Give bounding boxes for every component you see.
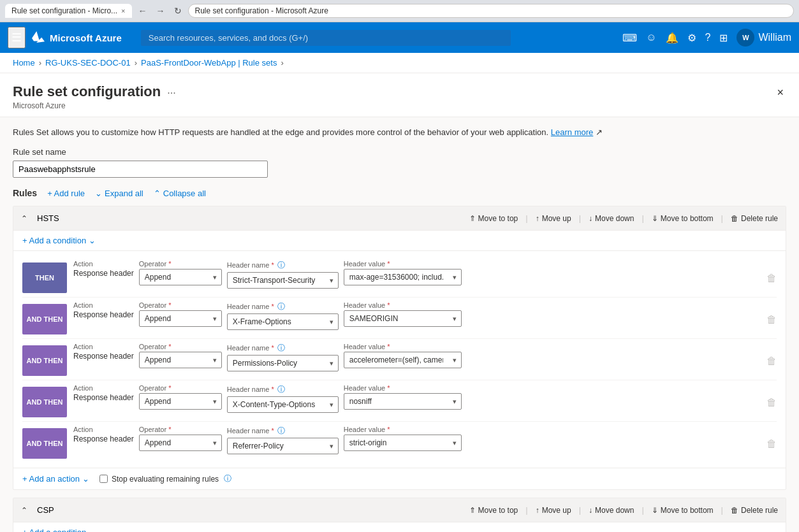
stop-eval-info-icon[interactable]: ⓘ (224, 473, 231, 484)
header-value-select-3[interactable]: accelerometer=(self), camer... (344, 352, 462, 368)
csp-move-top-btn[interactable]: ⇑ Move to top (469, 506, 518, 515)
header-name-select-input-2[interactable]: X-Frame-Options (227, 313, 339, 330)
hsts-move-down-btn[interactable]: ↓ Move down (589, 214, 634, 223)
hsts-stop-eval-checkbox[interactable] (99, 475, 108, 483)
operator-group-5: Operator * Append (139, 426, 222, 451)
collapse-all-btn[interactable]: ⌃ Collapse all (154, 189, 206, 198)
header-name-select-4[interactable]: X-Content-Type-Options (227, 396, 339, 413)
browser-chrome: Rule set configuration - Micro... × ← → … (0, 0, 799, 22)
hsts-stop-eval: Stop evaluating remaining rules ⓘ (99, 473, 231, 484)
nav-back-btn[interactable]: ← (136, 4, 150, 17)
ruleset-name-input[interactable] (13, 161, 268, 178)
hsts-move-up-btn[interactable]: ↑ Move up (536, 214, 571, 223)
header-name-select-input-4[interactable]: X-Content-Type-Options (227, 396, 339, 413)
browser-tab[interactable]: Rule set configuration - Micro... × (5, 4, 132, 18)
header-value-select-input-4[interactable]: nosniff (344, 393, 462, 410)
operator-select-input-2[interactable]: Append (139, 310, 222, 327)
hsts-collapse-btn[interactable]: ⌃ (21, 214, 27, 223)
header-name-info-3[interactable]: ⓘ (277, 343, 285, 352)
description-text: Rules Set allows you to customize how HT… (13, 127, 786, 137)
user-menu-btn[interactable]: W William (737, 29, 791, 47)
page-header: Rule set configuration ··· Microsoft Azu… (0, 73, 799, 117)
close-page-btn[interactable]: × (774, 83, 786, 102)
header-value-select-5[interactable]: strict-origin (344, 435, 462, 451)
hsts-move-top-btn[interactable]: ⇑ Move to top (469, 214, 518, 223)
portal-icon[interactable]: ⊞ (719, 32, 728, 44)
csp-move-up-btn[interactable]: ↑ Move up (536, 506, 571, 515)
learn-more-link[interactable]: Learn more (551, 127, 593, 137)
action-type-group-3: Action Response header (73, 343, 134, 361)
url-text: Rule set configuration - Microsoft Azure (195, 6, 328, 15)
search-input[interactable] (141, 30, 511, 46)
hsts-add-action-btn[interactable]: + Add an action ⌄ (22, 474, 89, 484)
header-name-info-1[interactable]: ⓘ (277, 261, 285, 270)
action-label-5: Action (73, 426, 134, 433)
hsts-delete-row-5-btn[interactable]: 🗑 (766, 438, 777, 450)
header-value-group-3: Header value * accelerometer=(self), cam… (344, 343, 462, 368)
operator-select-input-5[interactable]: Append (139, 435, 222, 451)
csp-move-down-btn[interactable]: ↓ Move down (589, 506, 634, 515)
header-name-info-4[interactable]: ⓘ (277, 385, 285, 394)
add-rule-btn[interactable]: + Add rule (47, 189, 85, 198)
csp-add-condition-btn[interactable]: + Add a condition ⌄ (22, 528, 96, 532)
header-value-select-input-3[interactable]: accelerometer=(self), camer... (344, 352, 462, 368)
operator-select-5[interactable]: Append (139, 435, 222, 451)
csp-delete-btn[interactable]: 🗑 Delete rule (731, 506, 778, 515)
header-value-select-input-1[interactable]: max-age=31536000; includ... (344, 269, 462, 285)
hsts-name-input[interactable] (33, 212, 160, 225)
header-name-select-input-5[interactable]: Referrer-Policy (227, 438, 339, 454)
operator-select-input-3[interactable]: Append (139, 352, 222, 368)
notifications-icon[interactable]: 🔔 (666, 32, 678, 44)
csp-move-bottom-btn[interactable]: ⇓ Move to bottom (652, 506, 714, 515)
nav-forward-btn[interactable]: → (154, 4, 168, 17)
operator-select-1[interactable]: AppendOverwriteDelete (139, 269, 222, 285)
hsts-delete-row-4-btn[interactable]: 🗑 (766, 397, 777, 408)
hsts-delete-row-2-btn[interactable]: 🗑 (766, 314, 777, 326)
hamburger-btn[interactable]: ☰ (8, 27, 26, 48)
header-name-label-4: Header name * ⓘ (227, 384, 339, 395)
hsts-delete-row-3-btn[interactable]: 🗑 (766, 356, 777, 367)
header-value-select-input-5[interactable]: strict-origin (344, 435, 462, 451)
hsts-delete-btn[interactable]: 🗑 Delete rule (731, 214, 778, 223)
nav-refresh-btn[interactable]: ↻ (172, 4, 184, 17)
operator-select-4[interactable]: Append (139, 393, 222, 410)
header-value-select-input-2[interactable]: SAMEORIGIN (344, 310, 462, 327)
breadcrumb-home[interactable]: Home (13, 58, 35, 68)
azure-topbar: ☰ Microsoft Azure ⌨ ☺ 🔔 ⚙ ? ⊞ W William (0, 22, 799, 53)
settings-icon[interactable]: ⚙ (687, 32, 696, 44)
breadcrumb-app[interactable]: PaaS-FrontDoor-WebApp | Rule sets (141, 58, 277, 68)
header-name-info-2[interactable]: ⓘ (277, 302, 285, 311)
move-down-icon: ↓ (589, 214, 592, 223)
header-value-select-4[interactable]: nosniff (344, 393, 462, 410)
topbar-icons: ⌨ ☺ 🔔 ⚙ ? ⊞ W William (622, 29, 791, 47)
header-name-select-2[interactable]: X-Frame-Options (227, 313, 339, 330)
header-name-select-3[interactable]: Permissions-Policy (227, 355, 339, 371)
help-icon[interactable]: ? (705, 32, 711, 43)
header-value-select-1[interactable]: max-age=31536000; includ... (344, 269, 462, 285)
breadcrumb-rg[interactable]: RG-UKS-SEC-DOC-01 (45, 58, 131, 68)
feedback-icon[interactable]: ☺ (646, 32, 656, 43)
hsts-add-condition-btn[interactable]: + Add a condition ⌄ (22, 236, 96, 245)
url-bar[interactable]: Rule set configuration - Microsoft Azure (188, 4, 794, 18)
header-name-select-input-1[interactable]: Strict-Transport-Security (227, 272, 339, 289)
hsts-action-row-3: AND THEN Action Response header Operator… (22, 339, 777, 380)
header-name-info-5[interactable]: ⓘ (277, 426, 285, 435)
hsts-move-bottom-btn[interactable]: ⇓ Move to bottom (652, 214, 714, 223)
expand-all-btn[interactable]: ⌄ Expand all (95, 189, 143, 198)
operator-select-3[interactable]: Append (139, 352, 222, 368)
page-more-btn[interactable]: ··· (167, 87, 175, 99)
cloud-shell-icon[interactable]: ⌨ (622, 32, 637, 44)
header-value-select-2[interactable]: SAMEORIGIN (344, 310, 462, 327)
action-type-group-2: Action Response header (73, 301, 134, 319)
tab-close-btn[interactable]: × (121, 7, 125, 15)
header-name-select-1[interactable]: Strict-Transport-Security (227, 272, 339, 289)
header-name-select-input-3[interactable]: Permissions-Policy (227, 355, 339, 371)
ruleset-name-label: Rule set name (13, 147, 786, 157)
hsts-delete-row-1-btn[interactable]: 🗑 (766, 273, 777, 284)
header-name-select-5[interactable]: Referrer-Policy (227, 438, 339, 454)
operator-select-2[interactable]: Append (139, 310, 222, 327)
csp-name-input[interactable] (33, 503, 160, 517)
operator-select-input-1[interactable]: AppendOverwriteDelete (139, 269, 222, 285)
csp-collapse-btn[interactable]: ⌃ (21, 506, 27, 515)
operator-select-input-4[interactable]: Append (139, 393, 222, 410)
